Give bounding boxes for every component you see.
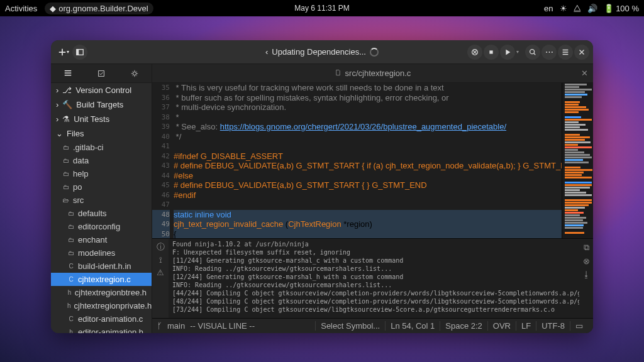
tree-item[interactable]: Ceditor-animation.c: [51, 312, 152, 326]
build-button[interactable]: [484, 45, 499, 60]
file-icon: C: [67, 263, 75, 270]
tree-view-tab[interactable]: [59, 65, 77, 82]
save-output-icon[interactable]: ⭳: [582, 270, 591, 279]
activities-button[interactable]: Activities: [5, 4, 37, 13]
encoding[interactable]: UTF-8: [536, 321, 570, 331]
tree-item-label: src: [73, 195, 84, 205]
gnome-topbar: Activities ◆ org.gnome.Builder.Devel May…: [0, 0, 644, 16]
statusbar: ᚶ main -- VISUAL LINE -- Select Symbol..…: [152, 318, 593, 333]
tree-item[interactable]: Ccjhtextregion.c: [51, 273, 152, 286]
todo-tab[interactable]: [92, 65, 110, 82]
section-label: Version Control: [75, 85, 131, 95]
line-gutter[interactable]: 3536373839404142434445464748495051525354…: [152, 83, 174, 238]
tree-item[interactable]: 🗀help: [51, 167, 152, 180]
tree-item-label: help: [73, 169, 89, 178]
cursor-position[interactable]: Ln 54, Col 1: [385, 321, 440, 331]
stop-button[interactable]: [467, 45, 482, 60]
tree-item-label: cjhtextregionbtree.h: [75, 288, 147, 297]
line-ending[interactable]: LF: [516, 321, 536, 331]
warning-icon[interactable]: ⚠: [157, 268, 164, 277]
tree-item[interactable]: 🗀editorconfig: [51, 220, 152, 233]
tree-item-label: data: [73, 156, 89, 165]
tree-item[interactable]: 🗀po: [51, 180, 152, 194]
lang-indicator[interactable]: en: [544, 4, 553, 13]
file-icon: C: [67, 315, 75, 323]
tree-item[interactable]: 🗀data: [51, 154, 152, 167]
minimap[interactable]: [562, 83, 593, 238]
close-tab-button[interactable]: ✕: [581, 69, 588, 78]
output-panel: ⓘ ⟟ ⚠ Found ninja-1.10.2 at /usr/bin/nin…: [152, 238, 593, 318]
debug-tab[interactable]: [126, 65, 143, 82]
run-button[interactable]: [500, 45, 515, 60]
tree-item[interactable]: heditor-animation.h: [51, 326, 152, 333]
sidebar-toggle[interactable]: [72, 45, 87, 60]
search-button[interactable]: [525, 45, 540, 60]
tree-item[interactable]: 🗀.gitlab-ci: [51, 141, 152, 154]
tree-item[interactable]: Cbuild-ident.h.in: [51, 260, 152, 273]
sub-header: src/cjhtextregion.c ✕: [51, 64, 593, 83]
app-menu[interactable]: ◆ org.gnome.Builder.Devel: [45, 3, 153, 14]
flask-icon: ⚗: [62, 114, 70, 124]
network-icon[interactable]: ⧋: [574, 3, 581, 13]
tree-item-label: .gitlab-ci: [73, 143, 103, 152]
clear-icon[interactable]: ⊗: [583, 256, 590, 266]
tree-item[interactable]: hcjhtextregionprivate.h: [51, 299, 152, 312]
tab-path[interactable]: src/cjhtextregion.c: [345, 69, 411, 78]
symbol-selector[interactable]: Select Symbol...: [315, 321, 385, 331]
more-button[interactable]: ⋯: [541, 45, 557, 60]
terminal-toggle[interactable]: ▭: [570, 321, 588, 331]
folder-icon: 🗀: [67, 210, 75, 217]
tree-item-label: po: [73, 182, 82, 192]
build-targets-section[interactable]: ›🔨Build Targets: [51, 97, 152, 112]
vim-mode: -- VISUAL LINE --: [190, 321, 255, 331]
close-button[interactable]: [574, 45, 589, 60]
insert-mode[interactable]: OVR: [487, 321, 516, 331]
code-editor[interactable]: * This is very useful for tracking where…: [174, 83, 562, 238]
tree-item[interactable]: 🗀enchant: [51, 233, 152, 246]
tree-item[interactable]: 🗁src: [51, 194, 152, 207]
volume-icon[interactable]: 🔊: [587, 4, 597, 13]
chevron-right-icon: ›: [56, 114, 58, 124]
folder-icon: 🗀: [67, 223, 75, 231]
builder-window: ▾ ‹ Updating Dependencies... ▾ ⋯ src/cj: [51, 40, 593, 333]
folder-icon: 🗀: [62, 144, 70, 151]
tree-item[interactable]: 🗀modelines: [51, 246, 152, 260]
back-icon[interactable]: ‹: [265, 47, 268, 57]
tree-item[interactable]: 🗀defaults: [51, 207, 152, 220]
unit-tests-section[interactable]: ›⚗Unit Tests: [51, 112, 152, 126]
build-output[interactable]: Found ninja-1.10.2 at /usr/bin/ninja F: …: [169, 239, 579, 318]
battery-pct: 100 %: [616, 4, 639, 13]
folder-icon: 🗀: [62, 184, 70, 191]
branch-name[interactable]: main: [167, 321, 185, 331]
svg-rect-1: [77, 49, 79, 55]
file-icon: h: [67, 329, 75, 334]
battery-icon[interactable]: 🔋 100 %: [604, 4, 640, 13]
hammer-icon: 🔨: [62, 100, 72, 109]
section-label: Build Targets: [76, 100, 123, 109]
svg-point-6: [133, 72, 136, 75]
builder-icon: ◆: [50, 4, 56, 13]
tree-item-label: cjhtextregionprivate.h: [74, 301, 152, 310]
tree-item[interactable]: hcjhtextregionbtree.h: [51, 286, 152, 299]
menu-button[interactable]: [558, 45, 573, 60]
files-section[interactable]: ⌄Files: [51, 126, 152, 141]
app-name: org.gnome.Builder.Devel: [58, 4, 148, 13]
vcs-section[interactable]: ›⎇Version Control: [51, 83, 152, 97]
tree-item-label: editorconfig: [78, 222, 120, 231]
file-icon: h: [67, 302, 71, 310]
copy-icon[interactable]: ⧉: [584, 243, 589, 253]
file-icon: h: [67, 289, 72, 297]
spinner-icon: [370, 48, 379, 57]
settings-icon[interactable]: ☀: [560, 4, 567, 13]
new-button[interactable]: ▾: [55, 43, 72, 61]
info-icon[interactable]: ⓘ: [157, 241, 165, 253]
chevron-right-icon: ›: [56, 100, 58, 109]
tree-item-label: editor-animation.h: [78, 327, 143, 333]
folder-icon: 🗀: [67, 250, 75, 257]
location-icon[interactable]: ⟟: [159, 255, 162, 265]
folder-icon: 🗀: [62, 157, 70, 165]
titlebar: ▾ ‹ Updating Dependencies... ▾ ⋯: [51, 40, 593, 64]
svg-point-4: [530, 49, 535, 53]
clock[interactable]: May 6 11:31 PM: [294, 4, 349, 13]
indent-setting[interactable]: Space 2:2: [440, 321, 487, 331]
